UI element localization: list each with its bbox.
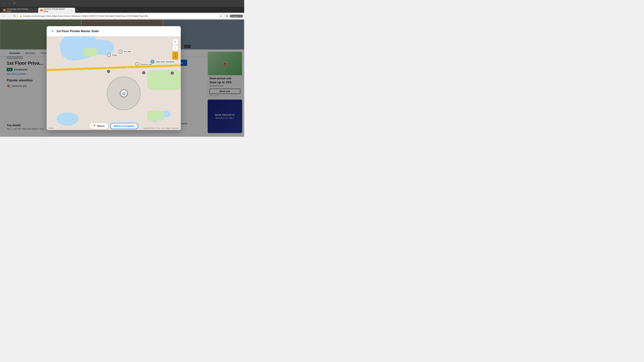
pegman-button[interactable]: 🧍 — [172, 52, 178, 59]
property-location-circle: 🏢 — [107, 77, 140, 110]
back-btn-addr[interactable]: ← — [1, 14, 6, 18]
places-icon: 📍 — [93, 124, 96, 128]
url-text: expedia.com/Anchorage-Hotels-Abbys-Guest… — [23, 15, 150, 17]
map-container: 3 3 3 ✕ Ginger ✕ Taco Bell — [46, 36, 181, 130]
forward-button[interactable]: → — [7, 1, 12, 6]
modal-overlay[interactable]: ✕ 1st Floor Private Master Suite — [0, 19, 244, 137]
tab-bar: Z Anchorage (and vicinity), Alask... ✕ Z… — [0, 7, 244, 13]
marker-taco-bell: ✕ Taco Bell — [119, 50, 132, 53]
address-bar-row: ← → ↻ 🔒 expedia.com/Anchorage-Hotels-Abb… — [0, 13, 244, 19]
return-to-property-button[interactable]: Return to property — [110, 123, 138, 129]
marker-espresso: ✕ Espresso Cafe — [136, 62, 153, 66]
tab-favicon-1: Z — [3, 9, 6, 11]
modal-title: 1st Floor Private Master Suite — [56, 29, 99, 33]
zoom-controls: + − 🧍 — [172, 39, 178, 59]
terms-link[interactable]: Terms — [161, 127, 165, 129]
address-bar[interactable]: 🔒 expedia.com/Anchorage-Hotels-Abbys-Gue… — [18, 14, 224, 18]
modal-header: ✕ 1st Floor Private Master Suite — [46, 26, 181, 36]
map-background: 3 3 3 ✕ Ginger ✕ Taco Bell — [46, 36, 181, 130]
incognito-badge: Incognito (2) — [230, 15, 243, 17]
modal-close-button[interactable]: ✕ — [50, 29, 55, 33]
tab-close-2[interactable]: ✕ — [70, 9, 73, 11]
refresh-button[interactable]: ↻ — [12, 1, 17, 6]
map-data-text: Map Data ©2024 — [144, 127, 155, 129]
route-badge-1: 3 — [107, 70, 110, 73]
browser-chrome: ← → ↻ — [0, 0, 244, 7]
nav-controls: ← → ↻ — [1, 1, 17, 6]
marker-ginger: ✕ Ginger — [107, 53, 118, 57]
map-attribution: Map Data ©2024 | 1 km Terms Report a map… — [144, 127, 179, 129]
tab-label-1: Anchorage (and vicinity), Alask... — [6, 8, 33, 12]
green-area-3 — [84, 48, 97, 56]
map-scale: | 1 km — [156, 127, 160, 129]
marker-super-saver: 🛒 Super Saver Classifieds — [150, 60, 176, 63]
tab-label-2: 1st Floor Private Master Suite — [44, 8, 70, 12]
profile-btn[interactable]: ⊞ — [224, 14, 229, 18]
fwd-btn-addr[interactable]: → — [7, 14, 12, 18]
back-button[interactable]: ← — [1, 1, 6, 6]
tab-favicon-2: Z — [40, 9, 42, 11]
zoom-in-button[interactable]: + — [172, 39, 178, 45]
report-link[interactable]: Report a map error — [166, 127, 179, 129]
green-area-2 — [147, 111, 164, 121]
tab-master-suite[interactable]: Z 1st Floor Private Master Suite ✕ — [38, 8, 75, 13]
page-content: 11+ Overview Amenities Policies Entire a… — [0, 19, 244, 137]
route-badge-3: 3 — [171, 71, 174, 75]
modal: ✕ 1st Floor Private Master Suite — [46, 26, 181, 130]
zoom-out-button[interactable]: − — [172, 45, 178, 51]
tab-anchorage[interactable]: Z Anchorage (and vicinity), Alask... ✕ — [1, 8, 38, 13]
property-pin: 🏢 — [120, 90, 128, 97]
refresh-btn-addr[interactable]: ↻ — [12, 14, 17, 18]
tab-close-1[interactable]: ✕ — [34, 9, 36, 11]
places-button[interactable]: 📍 Places — [89, 123, 108, 129]
google-logo: Google — [48, 127, 54, 129]
new-tab-button[interactable]: + — [75, 8, 80, 13]
green-area-1 — [147, 70, 181, 90]
route-badge-2: 3 — [142, 71, 145, 74]
